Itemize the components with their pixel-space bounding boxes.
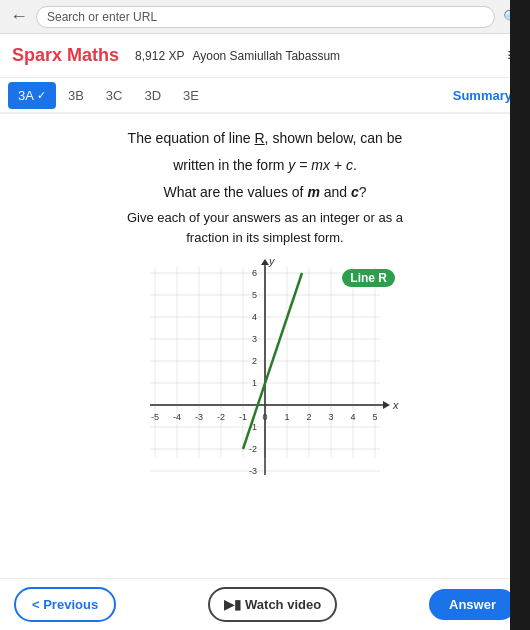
device-bezel	[510, 0, 530, 630]
svg-text:5: 5	[372, 412, 377, 422]
tab-3e[interactable]: 3E	[173, 82, 209, 109]
svg-text:6: 6	[252, 268, 257, 278]
svg-text:4: 4	[350, 412, 355, 422]
svg-text:4: 4	[252, 312, 257, 322]
svg-text:-4: -4	[173, 412, 181, 422]
c-variable: c	[351, 184, 359, 200]
svg-text:3: 3	[328, 412, 333, 422]
svg-text:1: 1	[284, 412, 289, 422]
question-line1: The equation of line R, shown below, can…	[18, 128, 512, 149]
graph-container: Line R	[105, 257, 425, 487]
svg-text:5: 5	[252, 290, 257, 300]
main-content: The equation of line R, shown below, can…	[0, 114, 530, 495]
svg-text:-1: -1	[239, 412, 247, 422]
tab-bar: 3A ✓ 3B 3C 3D 3E Summary	[0, 78, 530, 114]
svg-text:-3: -3	[195, 412, 203, 422]
svg-text:-2: -2	[217, 412, 225, 422]
watch-video-label: Watch video	[245, 597, 321, 612]
tab-3e-label: 3E	[183, 88, 199, 103]
svg-text:-5: -5	[151, 412, 159, 422]
svg-text:2: 2	[252, 356, 257, 366]
answer-button[interactable]: Answer	[429, 589, 516, 620]
line-R-text: R	[254, 130, 264, 146]
app-header: Sparx Maths 8,912 XP Ayoon Samiullah Tab…	[0, 34, 530, 78]
tab-3c[interactable]: 3C	[96, 82, 133, 109]
tab-3b[interactable]: 3B	[58, 82, 94, 109]
svg-text:1: 1	[252, 378, 257, 388]
video-icon: ▶▮	[224, 597, 241, 612]
tab-3d[interactable]: 3D	[134, 82, 171, 109]
svg-text:y: y	[268, 257, 276, 267]
watch-video-button[interactable]: ▶▮ Watch video	[208, 587, 337, 622]
xp-display: 8,912 XP	[135, 49, 184, 63]
svg-marker-24	[261, 259, 269, 265]
svg-text:3: 3	[252, 334, 257, 344]
svg-text:-2: -2	[249, 444, 257, 454]
svg-text:2: 2	[306, 412, 311, 422]
question-line2: written in the form y = mx + c.	[18, 155, 512, 176]
checkmark-icon: ✓	[37, 89, 46, 102]
math-equation: y = mx + c	[288, 157, 353, 173]
previous-button[interactable]: < Previous	[14, 587, 116, 622]
tab-3d-label: 3D	[144, 88, 161, 103]
svg-text:-3: -3	[249, 466, 257, 476]
back-button[interactable]: ←	[10, 6, 28, 27]
app-logo: Sparx Maths	[12, 45, 119, 66]
m-variable: m	[307, 184, 319, 200]
svg-marker-22	[383, 401, 390, 409]
tab-3a[interactable]: 3A ✓	[8, 82, 56, 109]
instruction-text: Give each of your answers as an integer …	[18, 208, 512, 247]
svg-text:0: 0	[262, 412, 267, 422]
sparx-maths-label: Sparx Maths	[12, 45, 119, 65]
svg-text:x: x	[392, 399, 399, 411]
user-name: Ayoon Samiullah Tabassum	[192, 49, 507, 63]
tab-3c-label: 3C	[106, 88, 123, 103]
tab-3b-label: 3B	[68, 88, 84, 103]
url-bar[interactable]: Search or enter URL	[36, 6, 495, 28]
bottom-bar: < Previous ▶▮ Watch video Answer	[0, 578, 530, 630]
graph-svg: -5 -4 -3 -2 -1 0 1 2 3 4 5 x 6 5 4 3 2 1…	[105, 257, 425, 487]
tab-3a-label: 3A	[18, 88, 34, 103]
what-values-text: What are the values of m and c?	[18, 184, 512, 200]
line-r-label: Line R	[342, 269, 395, 287]
browser-bar: ← Search or enter URL 🔍	[0, 0, 530, 34]
